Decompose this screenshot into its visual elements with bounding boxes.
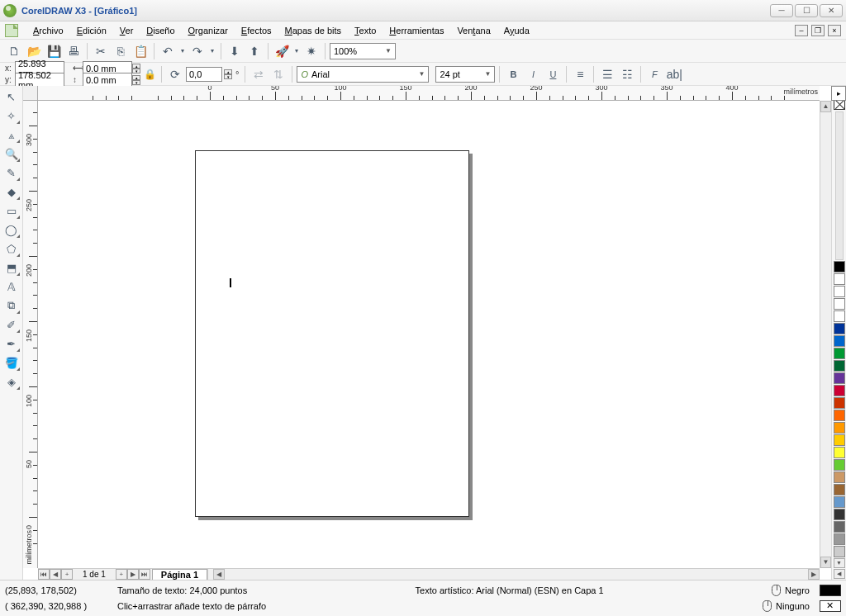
color-swatch-17[interactable] xyxy=(834,471,845,483)
pick-tool[interactable]: ↖ xyxy=(2,88,21,106)
color-swatch-15[interactable] xyxy=(834,447,845,458)
menu-edición[interactable]: Edición xyxy=(70,24,113,37)
polygon-tool[interactable]: ⬠ xyxy=(2,239,21,258)
shape-tool[interactable]: ✧ xyxy=(2,107,21,125)
add-page-before-button[interactable]: + xyxy=(61,569,73,580)
color-swatch-20[interactable] xyxy=(834,509,845,520)
color-swatch-7[interactable] xyxy=(834,348,845,359)
ellipse-tool[interactable]: ◯ xyxy=(2,220,21,239)
mirror-v-button[interactable]: ⇅ xyxy=(269,65,288,83)
app-launcher-dropdown[interactable]: ▾ xyxy=(292,42,301,60)
menu-ventana[interactable]: Ventana xyxy=(450,24,497,37)
bold-button[interactable]: B xyxy=(504,65,522,83)
edit-text-button[interactable]: ab| xyxy=(665,65,683,83)
palette-flyout-button[interactable]: ◀ xyxy=(834,569,845,579)
paste-button[interactable]: 📋 xyxy=(131,42,150,60)
open-button[interactable]: 📂 xyxy=(25,42,43,60)
undo-dropdown[interactable]: ▾ xyxy=(178,42,187,60)
menu-efectos[interactable]: Efectos xyxy=(235,24,278,37)
docker-toggle-button[interactable]: ▸ xyxy=(831,86,846,101)
underline-button[interactable]: U xyxy=(544,65,562,83)
alignment-button[interactable]: ≡ xyxy=(571,65,589,83)
font-size-combo[interactable]: 24 pt▼ xyxy=(435,66,495,83)
angle-spinner[interactable]: ▴▾ xyxy=(224,69,232,79)
menu-organizar[interactable]: Organizar xyxy=(182,24,235,37)
page-tab[interactable]: Página 1 xyxy=(152,569,207,580)
y-field[interactable]: 178.502 mm xyxy=(15,73,64,88)
print-button[interactable]: 🖶 xyxy=(64,42,83,60)
save-button[interactable]: 💾 xyxy=(45,42,63,60)
color-swatch-2[interactable] xyxy=(834,286,845,297)
color-swatch-23[interactable] xyxy=(834,546,845,557)
scroll-left-button[interactable]: ◀ xyxy=(213,569,225,580)
fill-swatch[interactable] xyxy=(820,585,841,596)
horizontal-ruler[interactable]: 050100150200250300350400 xyxy=(38,86,820,101)
font-combo[interactable]: O Arial▼ xyxy=(297,66,429,83)
color-swatch-13[interactable] xyxy=(834,422,845,434)
basic-shapes-tool[interactable]: ⬒ xyxy=(2,258,21,277)
color-swatch-3[interactable] xyxy=(834,298,845,310)
color-swatch-11[interactable] xyxy=(834,397,845,409)
color-swatch-0[interactable] xyxy=(834,261,845,272)
bullets-button[interactable]: ☰ xyxy=(598,65,616,83)
menu-archivo[interactable]: Archivo xyxy=(26,24,70,37)
color-swatch-19[interactable] xyxy=(834,496,845,508)
color-swatch-8[interactable] xyxy=(834,360,845,372)
horizontal-scrollbar[interactable]: ◀ ▶ xyxy=(213,569,820,580)
eyedropper-tool[interactable]: ✐ xyxy=(2,315,21,334)
color-swatch-22[interactable] xyxy=(834,533,845,545)
menu-ayuda[interactable]: Ayuda xyxy=(497,24,536,37)
vertical-scrollbar[interactable]: ▲ ▼ xyxy=(820,101,831,568)
color-swatch-9[interactable] xyxy=(834,372,845,384)
close-button[interactable]: ✕ xyxy=(820,4,843,17)
text-tool[interactable]: 𝔸 xyxy=(2,277,21,296)
color-swatch-1[interactable] xyxy=(834,273,845,285)
scroll-right-button[interactable]: ▶ xyxy=(808,569,820,580)
document-icon[interactable] xyxy=(5,24,18,37)
palette-down-button[interactable]: ▼ xyxy=(834,558,845,568)
rectangle-tool[interactable]: ▭ xyxy=(2,201,21,220)
menu-mapas-de-bits[interactable]: Mapas de bits xyxy=(278,24,349,37)
mdi-minimize-button[interactable]: – xyxy=(795,25,808,36)
color-swatch-16[interactable] xyxy=(834,459,845,471)
menu-ver[interactable]: Ver xyxy=(113,24,140,37)
first-page-button[interactable]: ⏮ xyxy=(38,569,50,580)
crop-tool[interactable]: ⟁ xyxy=(2,126,21,144)
color-swatch-5[interactable] xyxy=(834,323,845,334)
zoom-combo[interactable]: 100%▼ xyxy=(330,43,396,59)
add-page-after-button[interactable]: + xyxy=(116,569,127,580)
scroll-up-button[interactable]: ▲ xyxy=(820,101,831,112)
height-field[interactable]: 0.0 mm xyxy=(83,73,132,88)
dropcap-button[interactable]: ☷ xyxy=(618,65,636,83)
undo-button[interactable]: ↶ xyxy=(159,42,177,60)
zoom-tool[interactable]: 🔍 xyxy=(2,145,21,163)
menu-herramientas[interactable]: Herramientas xyxy=(383,24,450,37)
color-swatch-14[interactable] xyxy=(834,434,845,446)
mdi-restore-button[interactable]: ❐ xyxy=(811,25,825,36)
height-spinner[interactable]: ▴▾ xyxy=(132,75,140,85)
width-spinner[interactable]: ▴▾ xyxy=(132,64,140,73)
freehand-tool[interactable]: ✎ xyxy=(2,163,21,182)
scroll-down-button[interactable]: ▼ xyxy=(820,557,831,568)
last-page-button[interactable]: ⏭ xyxy=(139,569,150,580)
outline-swatch[interactable] xyxy=(820,600,841,612)
app-launcher-button[interactable]: 🚀 xyxy=(273,42,291,60)
drawing-page[interactable] xyxy=(195,150,469,517)
palette-scroll[interactable] xyxy=(835,111,844,260)
fill-tool[interactable]: 🪣 xyxy=(2,353,21,372)
vertical-ruler[interactable]: 050100150200250300 xyxy=(23,101,38,568)
lock-ratio-button[interactable]: 🔒 xyxy=(142,63,157,86)
export-button[interactable]: ⬆ xyxy=(245,42,264,60)
smart-fill-tool[interactable]: ◆ xyxy=(2,182,21,201)
interactive-fill-tool[interactable]: ◈ xyxy=(2,372,21,391)
new-button[interactable]: 🗋 xyxy=(5,42,23,60)
mirror-h-button[interactable]: ⇄ xyxy=(250,65,268,83)
ruler-origin[interactable] xyxy=(23,86,38,101)
color-swatch-6[interactable] xyxy=(834,335,845,347)
copy-button[interactable]: ⎘ xyxy=(112,42,130,60)
char-format-button[interactable]: F xyxy=(645,65,663,83)
next-page-button[interactable]: ▶ xyxy=(127,569,139,580)
color-swatch-21[interactable] xyxy=(834,521,845,533)
outline-tool[interactable]: ✒ xyxy=(2,334,21,353)
color-swatch-4[interactable] xyxy=(834,310,845,322)
